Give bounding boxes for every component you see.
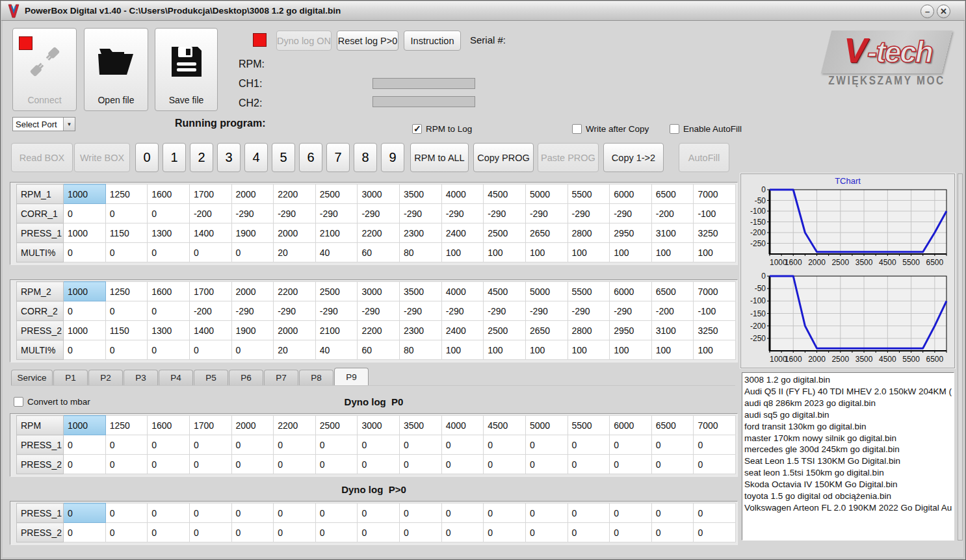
grid-cell[interactable]: 0 — [64, 435, 106, 455]
instruction-button[interactable]: Instruction — [404, 31, 461, 51]
grid-cell[interactable]: 6500 — [651, 185, 694, 204]
grid-cell[interactable]: 3250 — [694, 223, 736, 243]
grid-cell[interactable]: 0 — [315, 455, 358, 474]
grid-cell[interactable]: -200 — [651, 301, 694, 321]
grid-cell[interactable]: 0 — [231, 243, 274, 262]
grid-cell[interactable]: 100 — [484, 340, 526, 360]
grid-cell[interactable]: -290 — [441, 204, 484, 223]
grid-cell[interactable]: 100 — [651, 340, 694, 360]
file-list-item[interactable]: audi q8 286km 2023 go digital.bin — [744, 398, 954, 409]
tab-p4[interactable]: P4 — [159, 370, 193, 385]
grid-cell[interactable]: 0 — [694, 455, 736, 474]
grid-cell[interactable]: 0 — [231, 340, 274, 360]
grid-cell[interactable]: 0 — [610, 455, 652, 474]
grid-cell[interactable]: 0 — [441, 523, 484, 542]
grid-cell[interactable]: 2950 — [610, 223, 652, 243]
digit-button-6[interactable]: 6 — [299, 143, 322, 172]
grid-cell[interactable]: 80 — [400, 340, 442, 360]
enable-autofill-checkbox[interactable]: Enable AutoFill — [670, 124, 742, 134]
grid-cell[interactable]: 0 — [148, 243, 190, 262]
grid-cell[interactable]: -290 — [400, 204, 442, 223]
grid-cell[interactable]: 0 — [315, 435, 358, 455]
grid-cell[interactable]: 0 — [189, 455, 231, 474]
grid-cell[interactable]: 5500 — [568, 416, 610, 435]
grid-cell[interactable]: 1000 — [64, 321, 106, 340]
grid-cell[interactable]: 0 — [148, 455, 190, 474]
file-list-item[interactable]: mercedes gle 300d 245km go digital.bin — [744, 444, 954, 455]
grid-cell[interactable]: 4000 — [441, 185, 484, 204]
grid-cell[interactable]: 1900 — [231, 321, 274, 340]
grid-cell[interactable]: 2500 — [315, 416, 358, 435]
tab-p7[interactable]: P7 — [264, 370, 298, 385]
reset-log-button[interactable]: Reset log P>0 — [337, 31, 398, 51]
grid-cell[interactable]: 0 — [525, 455, 568, 474]
grid-cell[interactable]: 100 — [610, 243, 652, 262]
grid-cell[interactable]: 5500 — [568, 282, 610, 301]
grid-cell[interactable]: 1300 — [148, 223, 190, 243]
file-list-item[interactable]: Volkswagen Arteon FL 2.0 190KM 2022 Go D… — [744, 502, 954, 514]
grid-cell[interactable]: 0 — [358, 523, 400, 542]
grid-cell[interactable]: 0 — [610, 435, 652, 455]
grid-cell[interactable]: 100 — [525, 340, 568, 360]
grid-cell[interactable]: 100 — [441, 243, 484, 262]
digit-button-4[interactable]: 4 — [244, 143, 268, 172]
grid-cell[interactable]: 0 — [64, 204, 106, 223]
grid-cell[interactable]: -290 — [315, 301, 358, 321]
grid-cell[interactable]: 0 — [189, 340, 231, 360]
grid-cell[interactable]: 0 — [231, 503, 274, 523]
grid-cell[interactable]: 0 — [148, 301, 190, 321]
grid-cell[interactable]: 2400 — [441, 321, 484, 340]
digit-button-3[interactable]: 3 — [217, 143, 241, 172]
grid-cell[interactable]: 100 — [441, 340, 484, 360]
grid-cell[interactable]: 0 — [525, 435, 568, 455]
grid-cell[interactable]: 80 — [400, 243, 442, 262]
digit-button-8[interactable]: 8 — [354, 143, 377, 172]
grid-cell[interactable]: 0 — [315, 503, 358, 523]
tab-p8[interactable]: P8 — [299, 370, 333, 385]
grid-cell[interactable]: 2000 — [274, 223, 316, 243]
grid-cell[interactable]: 3100 — [651, 321, 694, 340]
grid-cell[interactable]: -290 — [525, 301, 568, 321]
grid-cell[interactable]: 0 — [274, 523, 316, 542]
grid-cell[interactable]: -290 — [484, 204, 526, 223]
grid-cell[interactable]: 6000 — [610, 416, 652, 435]
grid-cell[interactable]: 2650 — [525, 321, 568, 340]
tab-p1[interactable]: P1 — [53, 370, 88, 385]
grid-cell[interactable]: 0 — [358, 435, 400, 455]
grid-cell[interactable]: 0 — [231, 455, 274, 474]
grid-cell[interactable]: -200 — [189, 204, 231, 223]
grid-cell[interactable]: 0 — [105, 243, 148, 262]
grid-cell[interactable]: 0 — [568, 435, 610, 455]
file-list-item[interactable]: Seat Leon 1.5 TSI 130KM Go Digital.bin — [744, 455, 954, 467]
grid-cell[interactable]: 1250 — [105, 282, 148, 301]
grid-cell[interactable]: -100 — [694, 301, 736, 321]
grid-cell[interactable]: 0 — [64, 340, 106, 360]
grid-cell[interactable]: 2950 — [610, 321, 652, 340]
grid-cell[interactable]: 3000 — [358, 416, 400, 435]
grid-cell[interactable]: 2500 — [315, 185, 358, 204]
grid-cell[interactable]: 0 — [231, 435, 274, 455]
grid-cell[interactable]: 0 — [105, 301, 148, 321]
grid-cell[interactable]: 0 — [148, 503, 190, 523]
save-file-button[interactable]: Save file — [155, 28, 218, 111]
grid-cell[interactable]: 0 — [441, 435, 484, 455]
grid-cell[interactable]: 0 — [105, 340, 148, 360]
grid-cell[interactable]: 2500 — [315, 282, 358, 301]
grid-cell[interactable]: 0 — [441, 455, 484, 474]
grid-cell[interactable]: -290 — [274, 204, 316, 223]
tab-p9[interactable]: P9 — [334, 368, 369, 385]
grid-cell[interactable]: 100 — [484, 243, 526, 262]
grid-cell[interactable]: 20 — [274, 340, 316, 360]
grid-cell[interactable]: 1250 — [105, 185, 148, 204]
grid-cell[interactable]: 100 — [694, 340, 736, 360]
grid-cell[interactable]: 0 — [651, 523, 694, 542]
grid-cell[interactable]: 3100 — [651, 223, 694, 243]
grid-cell[interactable]: -290 — [610, 204, 652, 223]
grid-cell[interactable]: 5000 — [525, 282, 568, 301]
grid-cell[interactable]: 0 — [189, 523, 231, 542]
grid-cell[interactable]: -290 — [400, 301, 442, 321]
grid-cell[interactable]: 0 — [610, 503, 652, 523]
grid-cell[interactable]: 0 — [484, 503, 526, 523]
grid-cell[interactable]: 0 — [189, 435, 231, 455]
grid-cell[interactable]: 1000 — [64, 282, 106, 301]
